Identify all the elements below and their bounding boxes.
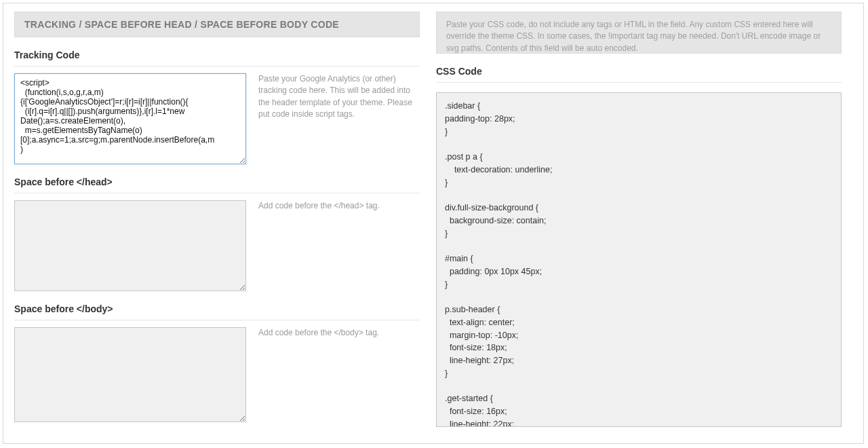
settings-panel: TRACKING / SPACE BEFORE HEAD / SPACE BEF… — [3, 3, 864, 444]
space-before-body-heading: Space before </body> — [14, 303, 420, 320]
right-panel-note: Paste your CSS code, do not include any … — [436, 12, 842, 54]
tracking-code-textarea[interactable] — [14, 73, 246, 164]
left-column: TRACKING / SPACE BEFORE HEAD / SPACE BEF… — [14, 12, 420, 435]
left-panel-header: TRACKING / SPACE BEFORE HEAD / SPACE BEF… — [14, 12, 420, 37]
right-column: Paste your CSS code, do not include any … — [436, 12, 842, 435]
tracking-code-heading: Tracking Code — [14, 50, 420, 67]
space-before-head-help: Add code before the </head> tag. — [258, 200, 420, 212]
space-before-head-row: Add code before the </head> tag. — [14, 200, 420, 291]
space-before-body-help: Add code before the </body> tag. — [258, 327, 420, 339]
css-code-textarea[interactable] — [436, 92, 842, 427]
tracking-code-help: Paste your Google Analytics (or other) t… — [258, 73, 420, 121]
space-before-head-textarea[interactable] — [14, 200, 246, 291]
css-code-heading: CSS Code — [436, 66, 842, 83]
space-before-head-heading: Space before </head> — [14, 176, 420, 193]
tracking-code-row: Paste your Google Analytics (or other) t… — [14, 73, 420, 164]
space-before-body-textarea[interactable] — [14, 327, 246, 422]
space-before-body-row: Add code before the </body> tag. — [14, 327, 420, 422]
